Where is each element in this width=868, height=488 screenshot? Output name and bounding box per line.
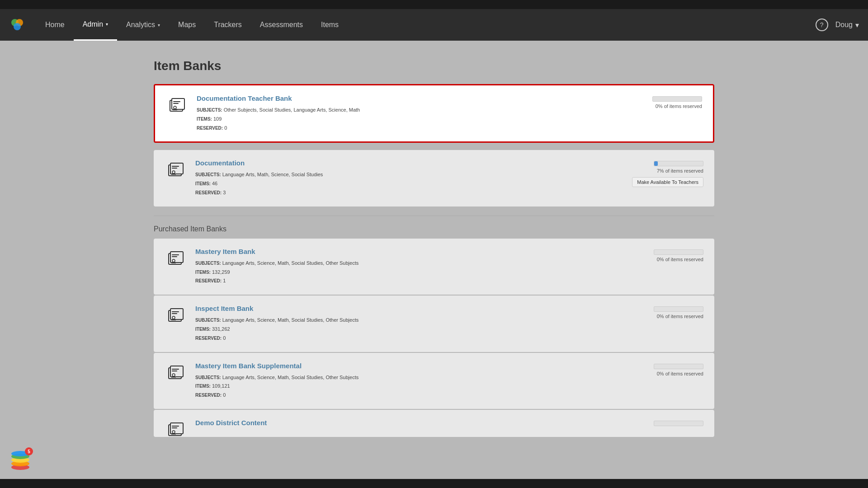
svg-rect-36 bbox=[172, 427, 177, 428]
svg-rect-24 bbox=[172, 313, 177, 314]
bank-name-demo[interactable]: Demo District Content bbox=[195, 419, 631, 427]
svg-rect-5 bbox=[173, 101, 180, 102]
bank-card-inspect: Inspect Item Bank SUBJECTS: Language Art… bbox=[154, 296, 714, 352]
admin-dropdown-arrow: ▾ bbox=[106, 22, 108, 27]
nav-admin[interactable]: Admin ▾ bbox=[74, 9, 117, 41]
app-logo[interactable] bbox=[9, 17, 25, 33]
bank-info-demo: Demo District Content bbox=[195, 419, 631, 430]
bank-info-mastery: Mastery Item Bank SUBJECTS: Language Art… bbox=[195, 248, 631, 286]
bottom-left-floating-icon[interactable]: 5 bbox=[8, 447, 35, 474]
svg-rect-17 bbox=[172, 254, 179, 255]
svg-rect-23 bbox=[172, 311, 179, 312]
bank-name-mastery-supplemental[interactable]: Mastery Item Bank Supplemental bbox=[195, 362, 631, 370]
bank-meta-mastery: SUBJECTS: Language Arts, Science, Math, … bbox=[195, 259, 631, 286]
user-name: Doug bbox=[835, 21, 853, 29]
reserved-text-0: 0% of items reserved bbox=[656, 103, 702, 109]
bank-icon-documentation bbox=[165, 159, 187, 182]
bottom-bar bbox=[0, 479, 868, 488]
bank-meta-inspect: SUBJECTS: Language Arts, Science, Math, … bbox=[195, 316, 631, 343]
nav-right: ? Doug ▾ bbox=[816, 19, 859, 31]
reserved-text-inspect: 0% of items reserved bbox=[657, 314, 703, 319]
nav-analytics[interactable]: Analytics ▾ bbox=[117, 9, 169, 41]
notification-badge: 5 bbox=[25, 447, 33, 455]
svg-rect-30 bbox=[172, 371, 177, 371]
bank-info-inspect: Inspect Item Bank SUBJECTS: Language Art… bbox=[195, 305, 631, 343]
analytics-dropdown-arrow: ▾ bbox=[158, 23, 160, 28]
navbar: Home Admin ▾ Analytics ▾ Maps Trackers A… bbox=[0, 9, 868, 41]
purchased-section-title: Purchased Item Banks bbox=[154, 225, 714, 233]
bank-meta-documentation-teacher: SUBJECTS: Other Subjects, Social Studies… bbox=[197, 106, 630, 132]
bank-info-mastery-supplemental: Mastery Item Bank Supplemental SUBJECTS:… bbox=[195, 362, 631, 400]
user-dropdown-arrow: ▾ bbox=[855, 21, 859, 29]
progress-bar-container-0 bbox=[652, 96, 702, 102]
svg-rect-29 bbox=[172, 369, 179, 370]
reserved-text-mastery-supplemental: 0% of items reserved bbox=[657, 371, 703, 376]
bank-icon-mastery-supplemental bbox=[165, 362, 187, 385]
bank-meta-documentation: SUBJECTS: Language Arts, Math, Science, … bbox=[195, 170, 631, 197]
progress-bar-demo bbox=[654, 421, 703, 426]
nav-assessments[interactable]: Assessments bbox=[251, 9, 312, 41]
bank-card-mastery: Mastery Item Bank SUBJECTS: Language Art… bbox=[154, 239, 714, 295]
bank-icon-mastery bbox=[165, 248, 187, 270]
progress-bar-mastery-supplemental bbox=[654, 364, 703, 369]
bank-name-documentation[interactable]: Documentation bbox=[195, 159, 631, 167]
svg-rect-11 bbox=[172, 166, 179, 167]
svg-rect-12 bbox=[172, 168, 177, 169]
nav-home[interactable]: Home bbox=[36, 9, 74, 41]
bank-card-documentation: Documentation SUBJECTS: Language Arts, M… bbox=[154, 150, 714, 206]
bank-right-mastery-supplemental: 0% of items reserved bbox=[631, 362, 703, 376]
bank-icon-inspect bbox=[165, 305, 187, 327]
nav-items: Home Admin ▾ Analytics ▾ Maps Trackers A… bbox=[36, 9, 816, 41]
reserved-text-1: 7% of items reserved bbox=[657, 168, 703, 174]
bank-info-documentation: Documentation SUBJECTS: Language Arts, M… bbox=[195, 159, 631, 197]
bank-icon-documentation-teacher bbox=[166, 94, 189, 117]
bank-icon-demo bbox=[165, 419, 187, 437]
svg-point-2 bbox=[14, 23, 21, 30]
bank-card-demo: Demo District Content bbox=[154, 410, 714, 437]
progress-bar-fill-1 bbox=[654, 161, 658, 166]
main-content: Item Banks Documentation Teacher Bank SU… bbox=[0, 41, 868, 488]
section-divider bbox=[154, 216, 714, 216]
user-menu[interactable]: Doug ▾ bbox=[835, 21, 859, 29]
bank-right-inspect: 0% of items reserved bbox=[631, 305, 703, 319]
bank-name-mastery[interactable]: Mastery Item Bank bbox=[195, 248, 631, 255]
bank-right-demo bbox=[631, 419, 703, 428]
progress-bar-mastery bbox=[654, 249, 703, 255]
bank-name-documentation-teacher[interactable]: Documentation Teacher Bank bbox=[197, 94, 630, 102]
bank-right-documentation-teacher: 0% of items reserved bbox=[630, 94, 702, 109]
page-title: Item Banks bbox=[154, 59, 714, 73]
svg-rect-35 bbox=[172, 426, 179, 427]
bank-card-mastery-supplemental: Mastery Item Bank Supplemental SUBJECTS:… bbox=[154, 353, 714, 409]
top-bar bbox=[0, 0, 868, 9]
svg-rect-18 bbox=[172, 256, 177, 257]
reserved-text-mastery: 0% of items reserved bbox=[657, 257, 703, 262]
nav-maps[interactable]: Maps bbox=[169, 9, 205, 41]
help-button[interactable]: ? bbox=[816, 19, 828, 31]
nav-trackers[interactable]: Trackers bbox=[205, 9, 251, 41]
nav-items[interactable]: Items bbox=[312, 9, 348, 41]
make-available-button[interactable]: Make Available To Teachers bbox=[632, 177, 703, 187]
progress-bar-container-1 bbox=[654, 161, 703, 166]
progress-bar-inspect bbox=[654, 306, 703, 312]
bank-info-documentation-teacher: Documentation Teacher Bank SUBJECTS: Oth… bbox=[197, 94, 630, 132]
bank-right-documentation: 7% of items reserved Make Available To T… bbox=[631, 159, 703, 187]
bank-card-documentation-teacher: Documentation Teacher Bank SUBJECTS: Oth… bbox=[154, 84, 714, 143]
bank-name-inspect[interactable]: Inspect Item Bank bbox=[195, 305, 631, 312]
bank-right-mastery: 0% of items reserved bbox=[631, 248, 703, 262]
svg-rect-6 bbox=[173, 103, 179, 104]
bank-meta-mastery-supplemental: SUBJECTS: Language Arts, Science, Math, … bbox=[195, 373, 631, 400]
